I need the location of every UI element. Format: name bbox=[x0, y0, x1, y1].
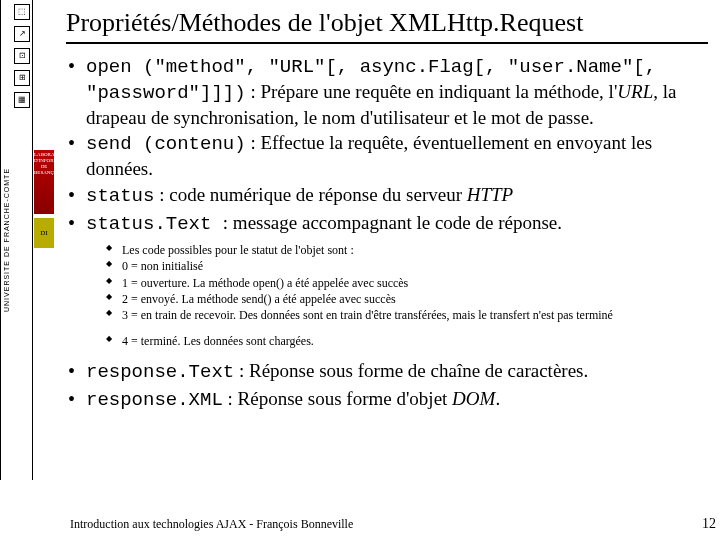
slide-title: Propriétés/Méthodes de l'objet XMLHttp.R… bbox=[66, 8, 708, 44]
page-number: 12 bbox=[702, 516, 716, 532]
sidebar-icon-4: ⊞ bbox=[14, 70, 30, 86]
item-open: open ("method", "URL"[, async.Flag[, "us… bbox=[66, 54, 708, 129]
main-list-2: response.Text : Réponse sous forme de ch… bbox=[66, 359, 708, 413]
item-responsetext: response.Text : Réponse sous forme de ch… bbox=[66, 359, 708, 385]
code-statustext: status.Text bbox=[86, 213, 223, 235]
sidebar-icons: ⬚ ↗ ⊡ ⊞ ▦ bbox=[12, 0, 33, 480]
sub-list-2: 4 = terminé. Les données sont chargées. bbox=[106, 333, 708, 349]
di-logo: DI bbox=[34, 218, 54, 248]
sidebar-university: UNIVERSITE DE FRANCHE-COMTE bbox=[0, 0, 12, 480]
sub-2: 1 = ouverture. La méthode open() a été a… bbox=[106, 275, 708, 291]
sub-3: 2 = envoyé. La méthode send() a été appe… bbox=[106, 291, 708, 307]
sidebar-icon-1: ⬚ bbox=[14, 4, 30, 20]
sidebar-icon-2: ↗ bbox=[14, 26, 30, 42]
item-send: send (contenu) : Effectue la requête, év… bbox=[66, 131, 708, 181]
sidebar-icon-3: ⊡ bbox=[14, 48, 30, 64]
lab-logo: LABORATOIRE D'INFORMATIQUE DE BESANÇON bbox=[34, 150, 54, 214]
sidebar-logos: LABORATOIRE D'INFORMATIQUE DE BESANÇON D… bbox=[33, 0, 55, 480]
code-responsetext: response.Text bbox=[86, 361, 234, 383]
main-list: open ("method", "URL"[, async.Flag[, "us… bbox=[66, 54, 708, 236]
sub-1: 0 = non initialisé bbox=[106, 258, 708, 274]
sub-4: 3 = en train de recevoir. Des données so… bbox=[106, 307, 708, 323]
slide-content: Propriétés/Méthodes de l'objet XMLHttp.R… bbox=[58, 0, 720, 419]
sidebar: UNIVERSITE DE FRANCHE-COMTE ⬚ ↗ ⊡ ⊞ ▦ LA… bbox=[0, 0, 56, 480]
code-send: send (contenu) bbox=[86, 133, 246, 155]
code-status: status bbox=[86, 185, 154, 207]
sub2-0: 4 = terminé. Les données sont chargées. bbox=[106, 333, 708, 349]
item-status: status : code numérique de réponse du se… bbox=[66, 183, 708, 209]
slide-footer: Introduction aux technologies AJAX - Fra… bbox=[70, 517, 353, 532]
code-responsexml: response.XML bbox=[86, 389, 223, 411]
sub-0: Les code possibles pour le statut de l'o… bbox=[106, 242, 708, 258]
item-statustext: status.Text : message accompagnant le co… bbox=[66, 211, 708, 237]
sub-list: Les code possibles pour le statut de l'o… bbox=[106, 242, 708, 323]
item-responsexml: response.XML : Réponse sous forme d'obje… bbox=[66, 387, 708, 413]
sidebar-icon-5: ▦ bbox=[14, 92, 30, 108]
